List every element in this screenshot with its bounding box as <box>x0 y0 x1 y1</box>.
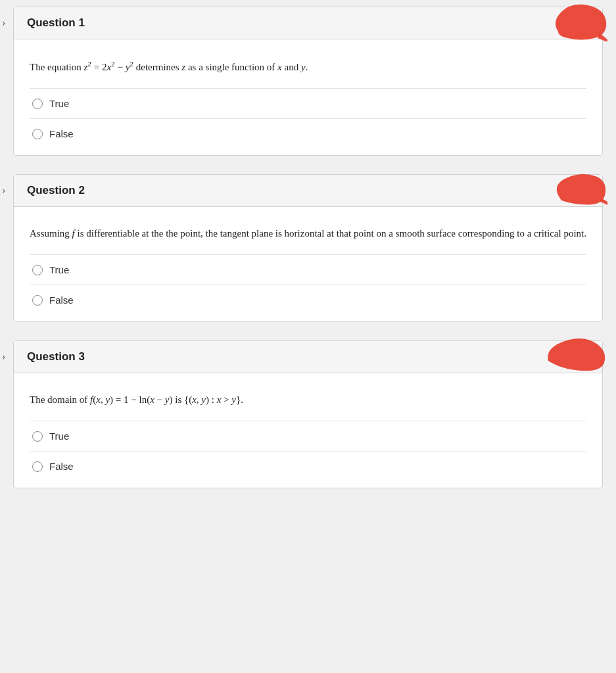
question-text-2: Assuming f is differentiable at the the … <box>30 225 586 241</box>
radio-true-2[interactable] <box>32 265 43 275</box>
option-label-true-2: True <box>49 264 69 275</box>
option-label-false-3: False <box>49 461 74 472</box>
question-title-1: Question 1 <box>27 16 85 30</box>
chevron-icon-1: › <box>2 17 5 29</box>
options-list-3: True False <box>30 421 586 481</box>
option-label-false-1: False <box>49 128 74 139</box>
question-text-3: The domain of f(x, y) = 1 − ln(x − y) is… <box>30 392 586 407</box>
radio-true-3[interactable] <box>32 431 43 442</box>
option-true-3[interactable]: True <box>30 421 586 451</box>
question-text-1: The equation z2 = 2x2 − y2 determines z … <box>30 58 586 75</box>
radio-true-1[interactable] <box>32 99 43 109</box>
option-label-false-2: False <box>49 294 74 306</box>
question-body-2: Assuming f is differentiable at the the … <box>14 207 602 321</box>
option-false-3[interactable]: False <box>30 451 586 481</box>
option-true-1[interactable]: True <box>30 88 586 118</box>
question-header-1: › Question 1 <box>14 7 602 39</box>
question-card-2: › Question 2 Assuming f is differentiabl… <box>13 174 603 322</box>
radio-false-3[interactable] <box>32 461 43 472</box>
chevron-icon-2: › <box>2 185 5 197</box>
question-title-3: Question 3 <box>27 350 85 363</box>
question-title-2: Question 2 <box>27 184 85 197</box>
annotation-blob-3 <box>545 338 607 371</box>
options-list-2: True False <box>30 254 586 315</box>
question-card-3: › Question 3 The domain of f(x, y) = 1 −… <box>13 340 603 488</box>
question-header-2: › Question 2 <box>14 175 602 207</box>
chevron-icon-3: › <box>2 351 5 363</box>
annotation-blob-2 <box>552 172 607 208</box>
question-card-1: › Question 1 The equation z2 = 2x2 − y2 … <box>13 7 603 156</box>
option-label-true-1: True <box>49 98 69 109</box>
radio-false-1[interactable] <box>32 129 43 139</box>
option-label-true-3: True <box>49 430 69 442</box>
option-false-1[interactable]: False <box>30 118 586 149</box>
question-body-3: The domain of f(x, y) = 1 − ln(x − y) is… <box>14 373 602 488</box>
annotation-blob-1 <box>548 2 607 41</box>
question-body-1: The equation z2 = 2x2 − y2 determines z … <box>14 39 602 155</box>
option-true-2[interactable]: True <box>30 254 586 285</box>
question-header-3: › Question 3 <box>14 341 602 373</box>
option-false-2[interactable]: False <box>30 285 586 315</box>
radio-false-2[interactable] <box>32 295 43 306</box>
options-list-1: True False <box>30 88 586 149</box>
